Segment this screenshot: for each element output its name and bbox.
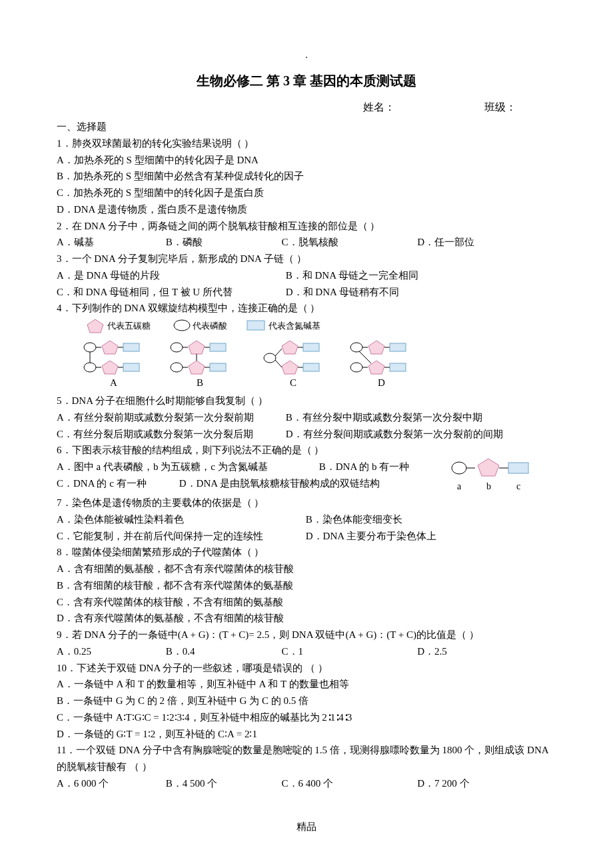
legend-pentagon-label: 代表五碳糖 (107, 321, 151, 331)
svg-rect-38 (390, 343, 406, 351)
q10-optC: C．一条链中 A∶T∶G∶C = 1∶2∶3∶4，则互补链中相应的碱基比为 2∶… (57, 709, 556, 726)
q3-stem: 3．一个 DNA 分子复制完毕后，新形成的 DNA 子链（ ） (57, 251, 556, 267)
q3-optA: A．是 DNA 母链的片段 (57, 267, 283, 284)
svg-line-26 (275, 349, 282, 356)
q10-optD: D．一条链的 G∶T = 1∶2，则互补链的 C∶A = 2∶1 (57, 726, 556, 743)
legend-oval-icon (174, 320, 190, 331)
q11-optC: C．6 400 个 (282, 775, 415, 792)
q3-optC: C．和 DNA 母链相同，但 T 被 U 所代替 (57, 284, 283, 301)
svg-rect-7 (123, 343, 139, 351)
q6-optC: C．DNA 的 c 有一种 (57, 475, 177, 492)
q2-optD: D．任一部位 (417, 234, 474, 251)
q7-optB: B．染色体能变细变长 (306, 514, 402, 525)
q7-stem: 7．染色体是遗传物质的主要载体的依据是（ ） (57, 495, 556, 511)
q7-optC: C．它能复制，并在前后代间保持一定的连续性 (57, 528, 303, 545)
svg-marker-21 (189, 361, 205, 374)
name-class-line: 姓名： 班级： (57, 99, 556, 116)
question-7: 7．染色体是遗传物质的主要载体的依据是（ ） A．染色体能被碱性染料着色 B．染… (57, 495, 556, 544)
q6-label-a: a (457, 481, 462, 491)
q1-optC: C．加热杀死的 S 型细菌中的转化因子是蛋白质 (57, 185, 556, 201)
q10-optA: A．一条链中 A 和 T 的数量相等，则互补链中 A 和 T 的数量也相等 (57, 676, 556, 693)
question-10: 10．下述关于双链 DNA 分子的一些叙述，哪项是错误的 （ ） A．一条链中 … (57, 660, 556, 743)
legend-oval-label: 代表磷酸 (192, 321, 227, 331)
svg-point-1 (174, 320, 190, 331)
svg-rect-30 (303, 343, 319, 351)
q7-optA: A．染色体能被碱性染料着色 (57, 511, 303, 528)
page-title: 生物必修二 第 3 章 基因的本质测试题 (57, 70, 556, 92)
question-3: 3．一个 DNA 分子复制完毕后，新形成的 DNA 子链（ ） A．是 DNA … (57, 251, 556, 300)
svg-point-39 (350, 363, 362, 372)
q5-optB: B．有丝分裂中期或减数分裂第一次分裂中期 (286, 409, 512, 426)
svg-rect-12 (123, 363, 139, 371)
q1-stem: 1．肺炎双球菌最初的转化实验结果说明（ ） (57, 135, 556, 152)
q2-stem: 2．在 DNA 分子中，两条链之间的两个脱氧核苷酸相互连接的部位是（ ） (57, 218, 556, 235)
svg-rect-18 (210, 343, 226, 351)
svg-marker-31 (282, 361, 298, 374)
svg-point-45 (452, 462, 466, 474)
question-11: 11．一个双链 DNA 分子中含有胸腺嘧啶的数量是胞嘧啶的 1.5 倍，现测得腺… (57, 742, 556, 791)
svg-point-25 (264, 353, 276, 363)
q1-optB: B．加热杀死的 S 型细菌中必然含有某种促成转化的因子 (57, 168, 556, 185)
q4-stem: 4．下列制作的 DNA 双螺旋结构模型中，连接正确的是（ ） (57, 300, 556, 317)
option-B-figure: B (171, 341, 226, 388)
question-4: 4．下列制作的 DNA 双螺旋结构模型中，连接正确的是（ ） 代表五碳糖 代表磷… (57, 300, 556, 391)
q11-optB: B．4 500 个 (166, 775, 279, 792)
svg-point-8 (84, 363, 96, 372)
question-5: 5．DNA 分子在细胞什么时期能够自我复制（ ） A．有丝分裂前期或减数分裂第一… (57, 393, 556, 442)
svg-point-3 (84, 343, 96, 352)
q6-stem: 6．下图表示核苷酸的结构组成，则下列说法不正确的是（ ） (57, 442, 556, 459)
q6-optD: D．DNA 是由脱氧核糖核苷酸构成的双链结构 (179, 478, 380, 489)
svg-line-27 (275, 360, 282, 367)
name-label: 姓名： (363, 101, 395, 113)
q5-optC: C．有丝分裂后期或减数分裂第一次分裂后期 (57, 426, 283, 443)
q6-label-b: b (486, 481, 491, 491)
q5-stem: 5．DNA 分子在细胞什么时期能够自我复制（ ） (57, 393, 556, 409)
dna-model-diagram: 代表五碳糖 代表磷酸 代表含氮碱基 A (83, 318, 456, 391)
q10-stem: 10．下述关于双链 DNA 分子的一些叙述，哪项是错误的 （ ） (57, 660, 556, 677)
q5-optD: D．有丝分裂间期或减数分裂第一次分裂前的间期 (286, 426, 512, 443)
svg-marker-16 (189, 341, 205, 354)
q2-optA: A．碱基 (57, 234, 163, 251)
q4-label-C: C (290, 377, 297, 388)
page-mark: . (57, 47, 556, 63)
q9-optC: C．1 (282, 643, 415, 660)
option-C-figure: C (264, 341, 319, 388)
svg-line-44 (359, 351, 371, 363)
q4-label-A: A (110, 377, 117, 388)
svg-marker-36 (368, 341, 384, 354)
q3-optB: B．和 DNA 母链之一完全相同 (286, 267, 512, 284)
q9-optB: B．0.4 (166, 643, 279, 660)
svg-rect-2 (247, 321, 265, 330)
svg-marker-5 (102, 341, 118, 354)
q2-optB: B．磷酸 (166, 234, 279, 251)
q6-optA: A．图中 a 代表磷酸，b 为五碳糖，c 为含氮碱基 (57, 459, 316, 475)
svg-point-19 (171, 363, 183, 372)
svg-rect-33 (303, 363, 319, 371)
q8-optC: C．含有亲代噬菌体的核苷酸，不含有细菌的氨基酸 (57, 594, 556, 611)
svg-rect-43 (390, 363, 406, 371)
option-A-figure: A (84, 341, 139, 388)
svg-marker-47 (478, 459, 499, 476)
q9-stem: 9．若 DNA 分子的一条链中(A + G)：(T + C)= 2.5，则 DN… (57, 627, 556, 643)
q10-optB: B．一条链中 G 为 C 的 2 倍，则互补链中 G 为 C 的 0.5 倍 (57, 693, 556, 709)
question-9: 9．若 DNA 分子的一条链中(A + G)：(T + C)= 2.5，则 DN… (57, 627, 556, 660)
q8-stem: 8．噬菌体侵染细菌繁殖形成的子代噬菌体（ ） (57, 544, 556, 561)
svg-point-34 (350, 343, 362, 352)
q6-optB: B．DNA 的 b 有一种 (319, 461, 409, 472)
q8-optD: D．含有亲代噬菌体的氨基酸，不含有细菌的核苷酸 (57, 610, 556, 627)
q2-optC: C．脱氧核酸 (282, 234, 415, 251)
class-label: 班级： (484, 101, 516, 113)
q4-diagram: 代表五碳糖 代表磷酸 代表含氮碱基 A (83, 318, 556, 391)
svg-marker-10 (102, 361, 118, 374)
svg-point-14 (171, 343, 183, 352)
q11-stem: 11．一个双链 DNA 分子中含有胸腺嘧啶的数量是胞嘧啶的 1.5 倍，现测得腺… (57, 742, 556, 775)
q6-label-c: c (516, 481, 520, 491)
q9-optD: D．2.5 (417, 643, 447, 660)
q6-diagram: a b c (450, 457, 543, 495)
svg-rect-49 (508, 463, 528, 473)
q8-optB: B．含有细菌的核苷酸，都不含有亲代噬菌体的氨基酸 (57, 577, 556, 594)
q4-label-D: D (378, 377, 385, 388)
question-1: 1．肺炎双球菌最初的转化实验结果说明（ ） A．加热杀死的 S 型细菌中的转化因… (57, 135, 556, 218)
q7-optD: D．DNA 主要分布于染色体上 (306, 531, 436, 541)
q1-optD: D．DNA 是遗传物质，蛋白质不是遗传物质 (57, 201, 556, 218)
